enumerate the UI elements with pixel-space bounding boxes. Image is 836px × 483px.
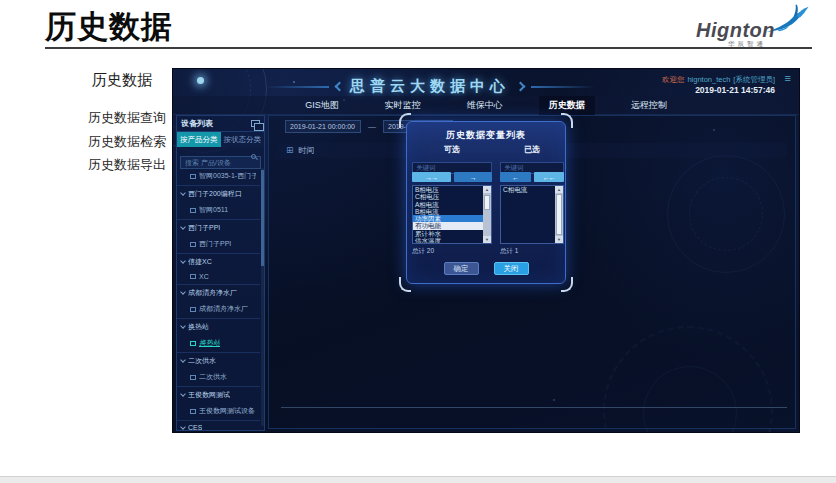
variable-list-item[interactable]: A相电流 xyxy=(413,201,483,208)
variable-list-item[interactable]: 有功电能 xyxy=(413,222,483,229)
scroll-down-icon[interactable]: ▼ xyxy=(483,236,491,243)
move-all-left-button[interactable]: ←← xyxy=(534,172,565,182)
scrollbar-thumb[interactable] xyxy=(556,194,562,235)
nav-tab[interactable]: GIS地图 xyxy=(295,96,349,115)
chevron-right-icon xyxy=(516,82,526,92)
move-left-button[interactable]: ← xyxy=(500,172,531,182)
tree-item[interactable]: 换热站 xyxy=(177,318,260,335)
chevron-down-icon xyxy=(180,357,186,363)
available-scrollbar[interactable]: ▲ ▼ xyxy=(483,186,491,243)
available-total: 总计 20 xyxy=(412,247,492,256)
selected-column: 已选 ← ←← C相电流 xyxy=(500,144,564,256)
date-from-input[interactable]: 2019-01-21 00:00:00 xyxy=(285,120,361,133)
tree-item-label: 西门子200编程口 xyxy=(188,189,242,199)
tree-item[interactable]: 二次供水 xyxy=(177,369,260,385)
selected-heading: 已选 xyxy=(500,144,564,154)
header-ornament-line xyxy=(265,86,329,88)
scroll-up-icon[interactable]: ▲ xyxy=(483,186,491,193)
tree-item-label: 二次供水 xyxy=(199,372,227,382)
device-icon xyxy=(190,375,196,380)
available-search xyxy=(412,156,492,168)
menu-icon[interactable]: ≡ xyxy=(785,73,791,83)
modal-footer: 确定 关闭 xyxy=(407,262,565,275)
main-nav: GIS地图 实时监控 维保中心 历史数据 远程控制 xyxy=(173,96,799,115)
tree-item-label: 智网0035-1-西门子200 xyxy=(199,171,256,181)
selected-search xyxy=(500,156,564,168)
variable-list-item[interactable]: 功率因素 xyxy=(413,215,483,222)
variable-list-item[interactable]: C相电流 xyxy=(501,186,555,193)
slide: 历史数据 Hignton 华辰智通 历史数据 历史数据查询 历史数据检索 历史数… xyxy=(0,0,836,483)
device-icon xyxy=(190,409,196,414)
sidebar-item[interactable]: 历史数据检索 xyxy=(58,130,166,154)
tree-item-label: 王俊数网测试设备 xyxy=(199,406,255,416)
variable-list-item[interactable]: B相电流 xyxy=(413,208,483,215)
sidebar-item[interactable]: 历史数据导出 xyxy=(58,153,166,177)
time-column-header: 时间 xyxy=(299,145,315,156)
tree-item[interactable]: 西门子PPI xyxy=(177,219,260,236)
device-icon xyxy=(190,242,196,247)
selected-scrollbar[interactable]: ▲ ▼ xyxy=(555,186,563,243)
scroll-down-icon[interactable]: ▼ xyxy=(555,236,563,243)
device-icon xyxy=(190,174,196,179)
tree-item[interactable]: 智网0511 xyxy=(177,202,260,218)
welcome-label: 欢迎您 xyxy=(662,75,685,85)
brand-logo: Hignton 华辰智通 xyxy=(694,3,810,49)
modal-corner-decor xyxy=(399,113,411,128)
scrollbar-thumb[interactable] xyxy=(261,170,264,266)
chevron-down-icon xyxy=(180,323,186,329)
panel-collapse-icon[interactable] xyxy=(251,120,260,127)
tree-item[interactable]: 成都清舟净水厂 xyxy=(177,301,260,317)
tree-item-label: 西门子PPI xyxy=(188,223,220,233)
device-icon xyxy=(190,274,196,279)
nav-tab[interactable]: 历史数据 xyxy=(539,96,595,115)
device-list-panel: 设备列表 按产品分类 按状态分类 智网 xyxy=(176,115,265,431)
confirm-button[interactable]: 确定 xyxy=(444,262,479,275)
tree-item[interactable]: 智网0035-1-西门子200 xyxy=(177,168,260,184)
tree-item-label: 换热站 xyxy=(199,338,220,348)
transfer-columns: 可选 →→ → B相电压 C相电压 xyxy=(412,144,564,256)
user-role-badge: [系统管理员] xyxy=(733,75,775,85)
tree-item-label: 成都清舟净水厂 xyxy=(188,288,237,298)
variable-list-item[interactable]: B相电压 xyxy=(413,186,483,193)
tree-item[interactable]: 西门子PPI xyxy=(177,236,260,252)
tree-item-label: 西门子PPI xyxy=(199,239,231,249)
grid-divider xyxy=(281,407,787,408)
device-panel-title: 设备列表 xyxy=(181,118,213,129)
nav-tab[interactable]: 实时监控 xyxy=(375,96,431,115)
tree-item[interactable]: 王俊数网测试 xyxy=(177,386,260,403)
tree-item[interactable]: XC xyxy=(177,270,260,283)
tree-item[interactable]: 西门子200编程口 xyxy=(177,185,260,202)
nav-tab[interactable]: 远程控制 xyxy=(621,96,677,115)
variable-list-item[interactable]: 累计补水 xyxy=(413,230,483,237)
move-all-right-button[interactable]: →→ xyxy=(412,172,451,182)
dashboard-screenshot: 思普云大数据中心 欢迎您 hignton_tech [系统管理员] ≡ 2019… xyxy=(172,68,800,433)
variable-list-item[interactable]: C相电压 xyxy=(413,193,483,200)
chevron-down-icon xyxy=(180,289,186,295)
device-panel-tab[interactable]: 按产品分类 xyxy=(177,132,221,147)
tree-item-label: CES xyxy=(188,424,202,430)
move-right-buttons: →→ → xyxy=(412,172,492,182)
device-tree-scrollbar[interactable] xyxy=(261,168,264,426)
sidebar-menu: 历史数据查询 历史数据检索 历史数据导出 xyxy=(58,106,166,177)
chevron-down-icon xyxy=(180,424,186,430)
user-info: 欢迎您 hignton_tech [系统管理员] xyxy=(662,75,775,85)
sidebar-item[interactable]: 历史数据查询 xyxy=(58,106,166,130)
move-right-button[interactable]: → xyxy=(454,172,493,182)
selected-total: 总计 1 xyxy=(500,247,564,256)
variable-list-item[interactable]: 供水温度 xyxy=(413,237,483,244)
tree-item[interactable]: 信捷XC xyxy=(177,253,260,270)
modal-title: 历史数据变量列表 xyxy=(407,129,565,142)
tree-item[interactable]: 二次供水 xyxy=(177,352,260,369)
tree-item[interactable]: CES xyxy=(177,420,260,430)
tree-item[interactable]: 换热站 xyxy=(177,335,260,351)
tree-item[interactable]: 成都清舟净水厂 xyxy=(177,284,260,301)
tree-item[interactable]: 王俊数网测试设备 xyxy=(177,403,260,419)
scrollbar-thumb[interactable] xyxy=(484,195,490,210)
device-panel-tab[interactable]: 按状态分类 xyxy=(221,132,265,147)
scroll-up-icon[interactable]: ▲ xyxy=(555,186,563,193)
page-title: 历史数据 xyxy=(45,6,173,48)
close-button[interactable]: 关闭 xyxy=(494,262,529,275)
tree-item-label: XC xyxy=(199,273,209,280)
nav-tab[interactable]: 维保中心 xyxy=(457,96,513,115)
device-icon xyxy=(190,208,196,213)
